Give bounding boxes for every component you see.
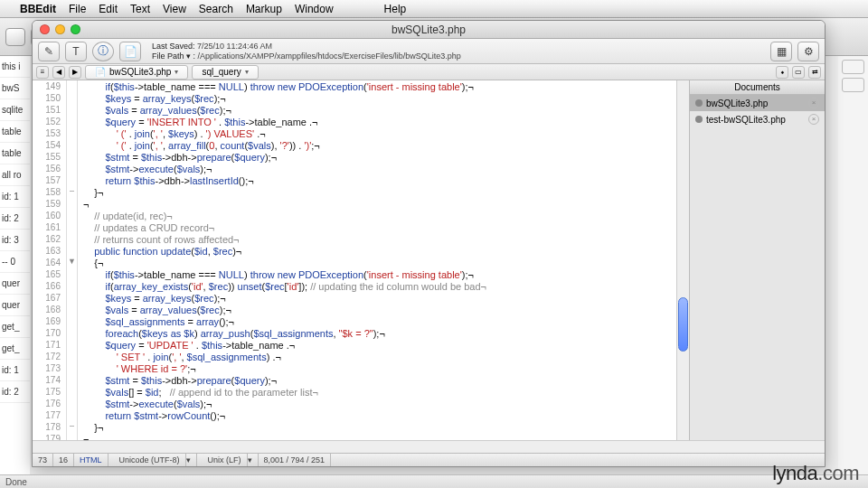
doc-name: bwSQLite3.php — [706, 99, 768, 108]
gear-icon[interactable]: ⚙ — [797, 42, 819, 61]
menu-markup[interactable]: Markup — [246, 3, 282, 15]
status-encoding[interactable]: Unicode (UTF-8) ▾ — [108, 454, 197, 466]
status-counts: 8,001 / 794 / 251 — [259, 454, 332, 466]
function-popup[interactable]: sql_query▾ — [192, 65, 258, 80]
bg-right-strip — [838, 56, 868, 474]
documents-header: Documents — [690, 80, 825, 95]
horizontal-scrollbar[interactable] — [33, 440, 825, 453]
line-gutter: 1491501511521531541551561571581591601611… — [33, 80, 67, 440]
status-col: 73 — [33, 454, 53, 466]
navigation-bar: ≡ ◀ ▶ 📄 bwSQLite3.php▾ sql_query▾ ⬥ ▭ ⇄ — [33, 64, 825, 80]
toolbar: ✎ T ⓘ 📄 Last Saved: 7/25/10 11:24:46 AM … — [33, 39, 825, 64]
code-area[interactable]: if($this->table_name === NULL) throw new… — [78, 80, 676, 440]
close-doc-icon[interactable]: × — [808, 98, 819, 108]
watermark: lynda.com — [772, 462, 859, 485]
window-title: bwSQLite3.php — [33, 23, 825, 36]
vertical-scrollbar[interactable] — [676, 80, 689, 440]
split-icon[interactable]: ▭ — [792, 66, 805, 79]
text-tool-icon[interactable]: T — [65, 42, 87, 61]
browser-status: Done — [0, 474, 868, 488]
next-icon[interactable]: ▶ — [69, 66, 81, 79]
doc-tool-icon[interactable]: 📄 — [119, 42, 141, 61]
file-meta: Last Saved: 7/25/10 11:24:46 AM File Pat… — [152, 42, 461, 61]
window-titlebar[interactable]: bwSQLite3.php — [33, 21, 825, 39]
pencil-icon[interactable]: ✎ — [38, 42, 60, 61]
file-popup[interactable]: 📄 bwSQLite3.php▾ — [85, 65, 188, 80]
menu-search[interactable]: Search — [199, 3, 233, 15]
scroll-thumb[interactable] — [678, 297, 688, 352]
sidebar-toggle-icon[interactable]: ▦ — [770, 42, 792, 61]
bg-left-strip: this ibwSsqlitetabletableall roid: 1id: … — [0, 56, 30, 474]
menu-file[interactable]: File — [69, 3, 86, 15]
marker-icon[interactable]: ⬥ — [776, 66, 788, 79]
back-button[interactable] — [5, 28, 25, 46]
menu-help[interactable]: Help — [384, 3, 407, 15]
menu-view[interactable]: View — [163, 3, 186, 15]
info-icon[interactable]: ⓘ — [92, 42, 114, 61]
menu-window[interactable]: Window — [295, 3, 334, 15]
status-language[interactable]: HTML — [74, 454, 108, 466]
mac-menubar: BBEdit File Edit Text View Search Markup… — [0, 0, 868, 18]
close-doc-icon[interactable]: × — [808, 114, 819, 125]
app-name[interactable]: BBEdit — [20, 3, 56, 15]
counterpart-icon[interactable]: ⇄ — [808, 66, 821, 79]
fold-gutter[interactable]: –▼– — [67, 80, 78, 440]
status-lineending[interactable]: Unix (LF) ▾ — [197, 454, 259, 466]
status-bar: 73 16 HTML Unicode (UTF-8) ▾ Unix (LF) ▾… — [33, 453, 825, 466]
document-item[interactable]: test-bwSQLite3.php× — [690, 111, 825, 127]
doc-name: test-bwSQLite3.php — [706, 115, 786, 125]
doc-icon — [695, 116, 703, 123]
document-item[interactable]: bwSQLite3.php× — [690, 95, 825, 111]
prev-icon[interactable]: ◀ — [52, 66, 65, 79]
outline-icon[interactable]: ≡ — [36, 66, 49, 79]
doc-icon — [695, 99, 703, 107]
editor-window: bwSQLite3.php ✎ T ⓘ 📄 Last Saved: 7/25/1… — [32, 20, 826, 467]
status-line: 16 — [53, 454, 74, 466]
code-editor[interactable]: 1491501511521531541551561571581591601611… — [33, 80, 689, 440]
menu-text[interactable]: Text — [130, 3, 150, 15]
menu-edit[interactable]: Edit — [99, 3, 118, 15]
documents-drawer: Documents bwSQLite3.php×test-bwSQLite3.p… — [689, 80, 825, 440]
